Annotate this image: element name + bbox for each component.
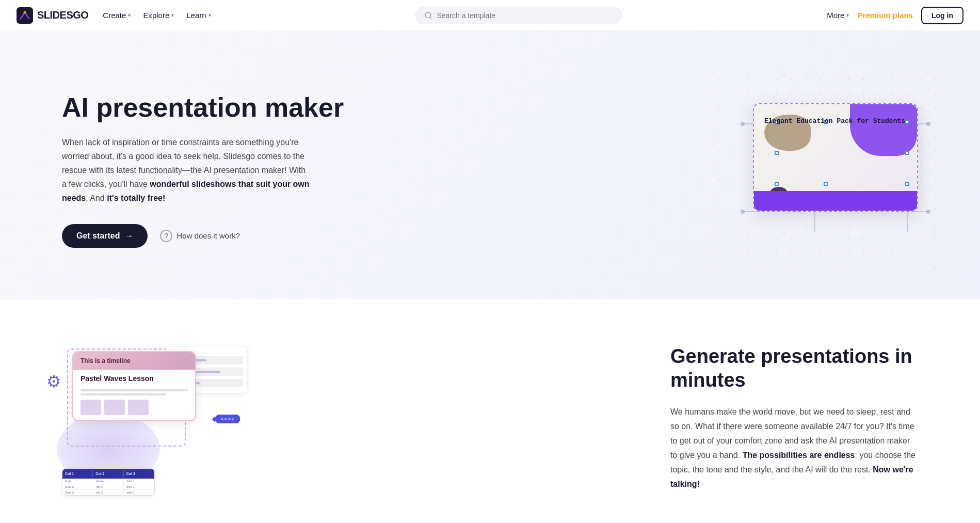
search-box[interactable] [415,7,622,24]
hero-description: When lack of inspiration or time constra… [62,135,310,205]
nav-create[interactable]: Create ▾ [103,11,131,20]
card-header-text: This is a timeline [81,357,131,364]
hero-right: Elegant Education Pack for Students [712,72,939,268]
handle-br [905,182,909,186]
nav-links: Create ▾ Explore ▾ Learn ▾ [103,11,211,20]
pres-content: Elegant Education Pack for Students [754,104,917,211]
pres-footer [754,191,917,211]
presentation-card: Elegant Education Pack for Students [753,103,918,212]
gear-icon: ⚙ [46,372,61,391]
svg-rect-0 [17,7,33,24]
get-started-button[interactable]: Get started → [62,224,148,248]
nav-learn[interactable]: Learn ▾ [186,11,211,20]
nav-right: More ▾ Premium plans Log in [827,7,963,24]
pres-text: Elegant Education Pack for Students [764,117,912,126]
table-card: Col 1 Col 2 Col 3 Data Value Info Row 2 … [62,468,155,496]
main-slide-card: This is a timeline Pastel Waves Lesson [72,351,196,421]
illus-wrap: ⚙ This is a timeline Pastel Waves Lesson [41,341,248,496]
hero-title: AI presentation maker [62,93,344,122]
handle-bc [824,182,828,186]
section2: ⚙ This is a timeline Pastel Waves Lesson [0,299,980,523]
svg-point-1 [24,11,26,13]
nav-explore[interactable]: Explore ▾ [143,11,174,20]
nav-more[interactable]: More ▾ [827,11,849,20]
search-container [415,7,622,24]
svg-point-11 [926,122,930,126]
hero-desc-bold2: it's totally free! [107,194,165,202]
create-chevron-icon: ▾ [128,12,131,18]
nav-premium[interactable]: Premium plans [857,11,913,20]
svg-line-3 [430,17,432,19]
section2-right: Generate presentations in minutes We hum… [670,345,918,491]
svg-point-12 [741,210,745,214]
card-title: Pastel Waves Lesson [73,370,195,387]
handle-bl [775,182,779,186]
learn-chevron-icon: ▾ [208,12,211,18]
hero-left: AI presentation maker When lack of inspi… [62,93,344,247]
card-timeline-header: This is a timeline [73,352,195,370]
svg-point-13 [926,210,930,214]
hero-desc-text2: . And [86,194,107,202]
login-button[interactable]: Log in [921,7,963,24]
search-icon [424,11,432,20]
card-body [73,387,195,420]
hero-section: AI presentation maker When lack of inspi… [0,31,980,299]
navbar: SLIDESGO Create ▾ Explore ▾ Learn ▾ [0,0,980,31]
logo-text: SLIDESGO [37,9,88,21]
speech-bubble-3: ≋≋≋≋ [215,415,240,423]
section2-title: Generate presentations in minutes [670,345,918,392]
svg-point-2 [425,12,431,18]
more-chevron-icon: ▾ [846,12,849,18]
svg-point-10 [741,122,745,126]
pres-shape-blob [850,104,917,156]
explore-chevron-icon: ▾ [171,12,174,18]
handle-mr [905,151,909,155]
hero-actions: Get started → ? How does it work? [62,224,344,248]
section2-description: We humans make the world move, but we ne… [670,405,918,492]
section2-illustration: ⚙ This is a timeline Pastel Waves Lesson [41,341,248,496]
how-it-works-button[interactable]: ? How does it work? [160,230,240,242]
arrow-icon: → [125,231,133,241]
search-input[interactable] [437,11,613,20]
s2-bold1: The possibilities are endless [743,451,855,459]
question-icon: ? [160,230,172,242]
logo[interactable]: SLIDESGO [17,7,88,24]
handle-ml [775,151,779,155]
